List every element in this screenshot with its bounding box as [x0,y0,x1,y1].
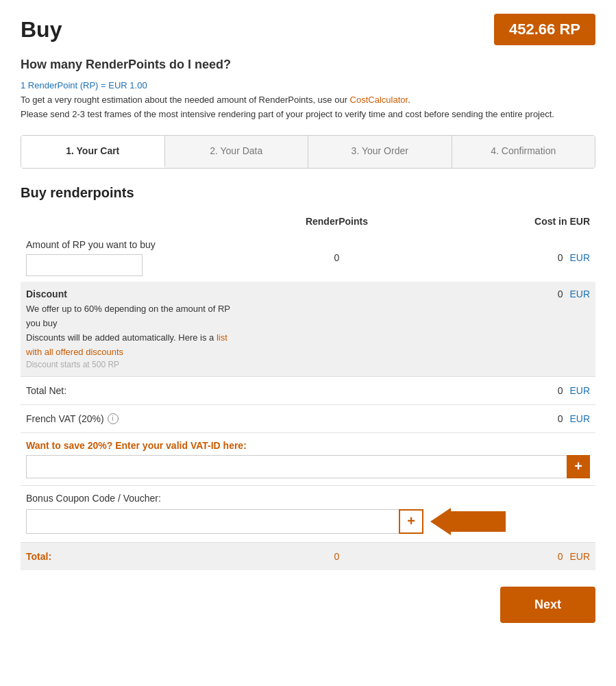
discount-title: Discount [26,289,245,299]
amount-cost-value: 0 [558,252,563,263]
total-footer-eur: EUR [569,551,590,562]
coupon-input-wrapper: + [26,508,590,535]
total-footer-row: Total: 0 0 EUR [21,542,595,570]
total-net-value: 0 [558,385,563,396]
total-footer-center-value: 0 [251,542,423,570]
cost-calculator-link[interactable]: CostCalculator [350,95,408,105]
amount-eur-label: EUR [569,252,590,263]
coupon-input[interactable] [26,509,399,534]
footer-actions: Next [21,587,595,623]
amount-cost-cell: 0 EUR [423,234,595,282]
vat-row: French VAT (20%) i 0 EUR [21,404,595,432]
col-label-header [21,212,251,234]
vat-id-prompt: Want to save 20%? Enter your valid VAT-I… [26,440,590,451]
amount-input[interactable] [26,254,143,276]
arrow-body [451,511,506,532]
coupon-arrow [430,508,506,535]
info-line1: 1 RenderPoint (RP) = EUR 1.00 [21,79,595,93]
total-footer-value: 0 [558,551,563,562]
info-section: How many RenderPoints do I need? 1 Rende… [21,58,595,121]
total-net-label: Total Net: [21,376,251,404]
discount-line2: Discounts will be added automatically. H… [26,331,245,360]
coupon-row: Bonus Coupon Code / Voucher: + [21,485,595,542]
total-net-value-cell: 0 EUR [423,376,595,404]
col-rp-header: RenderPoints [251,212,423,234]
discount-row: Discount We offer up to 60% depending on… [21,282,595,376]
amount-row: Amount of RP you want to buy 0 0 EUR [21,234,595,282]
col-cost-header: Cost in EUR [423,212,595,234]
vat-id-add-button[interactable]: + [567,455,590,478]
total-footer-value-cell: 0 EUR [423,542,595,570]
page-header: Buy 452.66 RP [21,14,595,45]
vat-eur: EUR [569,413,590,424]
coupon-label: Bonus Coupon Code / Voucher: [26,493,590,504]
vat-label: French VAT (20%) [26,413,104,424]
rp-balance-badge: 452.66 RP [494,14,595,45]
page-title: Buy [21,17,62,42]
total-footer-label: Total: [21,542,251,570]
discount-note: Discount starts at 500 RP [26,360,245,369]
vat-id-row: Want to save 20%? Enter your valid VAT-I… [21,432,595,485]
info-line3: Please send 2-3 test frames of the most … [21,108,595,122]
info-heading: How many RenderPoints do I need? [21,58,595,72]
coupon-add-button[interactable]: + [399,509,423,534]
vat-id-input-area: + [26,455,590,478]
step-1-your-cart[interactable]: 1. Your Cart [21,136,165,168]
arrow-head [430,508,451,535]
discount-line1: We offer up to 60% depending on the amou… [26,302,245,331]
vat-info-icon[interactable]: i [108,413,119,424]
step-4-confirmation[interactable]: 4. Confirmation [452,136,595,168]
coupon-input-area: + [26,509,423,534]
discount-value-cell: 0 EUR [423,282,595,376]
discount-value: 0 [558,289,563,299]
total-net-eur: EUR [569,385,590,396]
step-2-your-data[interactable]: 2. Your Data [165,136,309,168]
amount-label: Amount of RP you want to buy [26,239,245,250]
buy-renderpoints-title: Buy renderpoints [21,185,595,201]
cart-table: RenderPoints Cost in EUR Amount of RP yo… [21,212,595,569]
vat-id-input[interactable] [26,455,567,478]
amount-rp-value: 0 [251,234,423,282]
vat-value-cell: 0 EUR [423,404,595,432]
next-button[interactable]: Next [500,587,595,623]
total-net-row: Total Net: 0 EUR [21,376,595,404]
vat-value: 0 [558,413,563,424]
step-3-your-order[interactable]: 3. Your Order [308,136,452,168]
steps-bar: 1. Your Cart 2. Your Data 3. Your Order … [21,135,595,169]
table-header-row: RenderPoints Cost in EUR [21,212,595,234]
discount-eur-label: EUR [569,289,590,299]
info-line2: To get a very rought estimation about th… [21,93,595,108]
